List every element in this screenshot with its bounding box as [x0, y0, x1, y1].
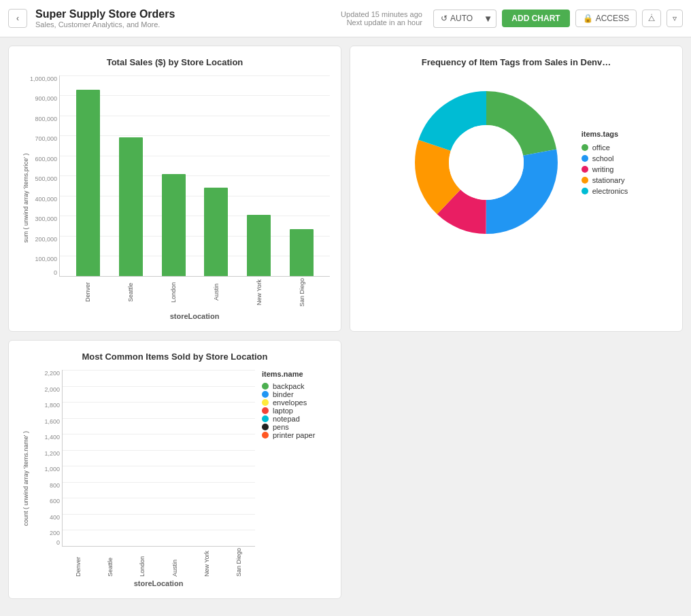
update-info: Updated 15 minutes ago Next update in an…	[341, 10, 422, 27]
legend-label-writing: writing	[592, 165, 614, 173]
update-line1: Updated 15 minutes ago	[341, 10, 422, 18]
access-button[interactable]: 🔒 ACCESS	[575, 10, 637, 27]
grouped-bar-container: count ( unwind array 'items.name' ) 2,20…	[20, 370, 330, 587]
x-label-newyork: New York	[256, 278, 263, 309]
donut-chart-title: Frequency of Item Tags from Sales in Den…	[361, 57, 671, 67]
add-chart-button[interactable]: ADD CHART	[502, 10, 569, 27]
app-header: ‹ Super Supply Store Orders Sales, Custo…	[0, 0, 691, 37]
grouped-y-axis-label: count ( unwind array 'items.name' )	[22, 431, 29, 526]
g-legend-binder: binder	[262, 390, 323, 398]
refresh-icon: ↺	[441, 14, 448, 23]
access-label: ACCESS	[596, 14, 629, 23]
bar-seattle	[119, 137, 143, 276]
x-labels: Denver Seattle London Austin New York Sa…	[59, 278, 330, 309]
legend-item-writing: writing	[582, 165, 628, 173]
grouped-x-axis-label: storeLocation	[62, 579, 255, 587]
bar-austin	[204, 188, 228, 276]
x-label-london: London	[170, 278, 177, 309]
legend-item-school: school	[582, 154, 628, 162]
donut-chart-card: Frequency of Item Tags from Sales in Den…	[350, 46, 683, 332]
x-label-sandiego: San Diego	[299, 278, 305, 309]
expand-button[interactable]: ⧊	[642, 10, 661, 27]
gx-label-newyork: New York	[203, 548, 210, 577]
legend-label-electronics: electronics	[592, 187, 628, 195]
donut-container: items.tags office school writing station…	[361, 81, 671, 244]
auto-button[interactable]: ↺ AUTO	[433, 10, 479, 28]
legend-dot-writing	[582, 166, 588, 173]
legend-item-electronics: electronics	[582, 187, 628, 195]
g-legend-printer-paper: printer paper	[262, 431, 323, 439]
g-legend-envelopes: envelopes	[262, 398, 323, 407]
g-legend-pens: pens	[262, 423, 323, 431]
grouped-bars	[63, 370, 255, 546]
g-legend-notepad: notepad	[262, 415, 323, 423]
legend-label-school: school	[592, 154, 614, 162]
gx-label-austin: Austin	[171, 548, 178, 577]
legend-dot-school	[582, 155, 588, 162]
x-axis-label: storeLocation	[59, 312, 330, 320]
bar-chart-card: Total Sales ($) by Store Location sum ( …	[8, 46, 341, 332]
bars-row	[60, 75, 330, 276]
app-subtitle: Sales, Customer Analytics, and More.	[35, 20, 341, 29]
x-label-austin: Austin	[213, 278, 220, 309]
grouped-bar-title: Most Common Items Sold by Store Location	[20, 352, 330, 362]
auto-button-group: ↺ AUTO ▼	[433, 10, 496, 28]
filter-button[interactable]: ▿	[667, 10, 683, 27]
lock-icon: 🔒	[583, 14, 593, 23]
grouped-legend-title: items.name	[262, 370, 323, 378]
x-label-seattle: Seattle	[127, 278, 134, 309]
legend-dot-electronics	[582, 188, 588, 194]
y-axis-label: sum ( unwind array 'items.price' )	[20, 109, 32, 286]
grouped-bar-card: Most Common Items Sold by Store Location…	[8, 340, 341, 599]
donut-hole	[449, 125, 524, 200]
legend-label-stationary: stationary	[592, 176, 625, 184]
bar-newyork	[247, 215, 271, 276]
donut-legend: items.tags office school writing station…	[582, 130, 628, 195]
grouped-legend: items.name backpack binder envelopes lap…	[255, 370, 330, 587]
gx-label-london: London	[139, 548, 146, 577]
header-actions: Updated 15 minutes ago Next update in an…	[341, 10, 683, 28]
bar-denver	[76, 90, 100, 276]
legend-label-office: office	[592, 143, 610, 152]
gx-label-denver: Denver	[75, 548, 82, 577]
g-legend-backpack: backpack	[262, 382, 323, 390]
app-title: Super Supply Store Orders	[35, 8, 341, 20]
gx-label-sandiego: San Diego	[235, 548, 242, 577]
legend-item-stationary: stationary	[582, 176, 628, 184]
bar-chart-title: Total Sales ($) by Store Location	[20, 57, 330, 67]
back-button[interactable]: ‹	[8, 9, 27, 28]
grouped-chart-area: 2,200 2,000 1,800 1,600 1,400 1,200 1,00…	[32, 370, 255, 587]
g-legend-laptop: laptop	[262, 407, 323, 415]
grouped-grid: 2,200 2,000 1,800 1,600 1,400 1,200 1,00…	[62, 370, 255, 547]
bar-sandiego	[290, 229, 314, 276]
legend-dot-office	[582, 144, 588, 151]
dashboard: Total Sales ($) by Store Location sum ( …	[0, 37, 691, 607]
bar-chart-inner: sum ( unwind array 'items.price' ) 1,000…	[20, 75, 330, 320]
bar-london	[162, 174, 186, 276]
legend-dot-stationary	[582, 177, 588, 184]
legend-item-office: office	[582, 143, 628, 152]
donut-legend-title: items.tags	[582, 130, 628, 138]
auto-label: AUTO	[450, 14, 473, 23]
grouped-x-labels: Denver Seattle London Austin New York Sa…	[62, 548, 255, 577]
bar-chart-container: sum ( unwind array 'items.price' ) 1,000…	[20, 75, 330, 320]
gx-label-seattle: Seattle	[107, 548, 114, 577]
update-line2: Next update in an hour	[341, 18, 422, 27]
donut-svg	[405, 81, 568, 244]
header-title-group: Super Supply Store Orders Sales, Custome…	[35, 8, 341, 29]
chart-grid: 1,000,000 900,000 800,000 700,000 600,00…	[59, 75, 330, 277]
empty-cell	[350, 340, 683, 599]
x-label-denver: Denver	[84, 278, 91, 309]
auto-dropdown-button[interactable]: ▼	[479, 10, 496, 28]
